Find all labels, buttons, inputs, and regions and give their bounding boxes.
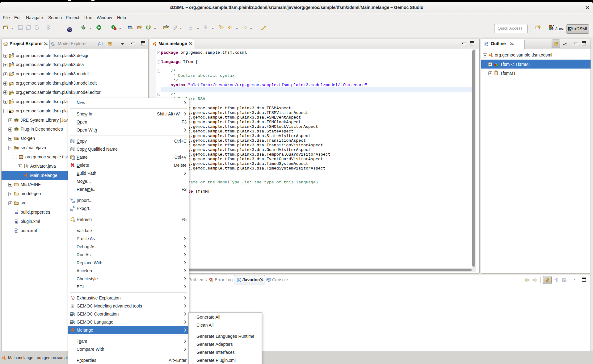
- svg-text:M: M: [15, 230, 16, 232]
- svg-text:s: s: [72, 297, 73, 300]
- svg-text:z: z: [566, 44, 567, 46]
- svg-text:M: M: [12, 53, 14, 56]
- svg-text:D: D: [12, 62, 14, 65]
- svg-text:M: M: [12, 71, 14, 74]
- svg-text:010: 010: [15, 212, 18, 214]
- svg-text:J: J: [12, 90, 14, 93]
- svg-text:a: a: [238, 278, 240, 282]
- svg-text:J: J: [25, 165, 27, 168]
- svg-text:J: J: [12, 99, 14, 102]
- svg-text:M: M: [72, 305, 74, 307]
- svg-text:J: J: [12, 81, 14, 83]
